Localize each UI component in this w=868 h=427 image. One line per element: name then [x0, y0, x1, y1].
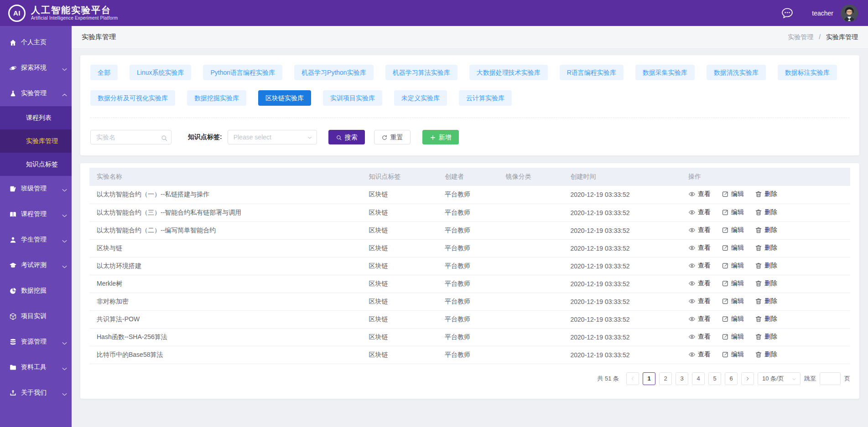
view-button[interactable]: 查看	[688, 208, 711, 216]
sidebar-item-course[interactable]: 课程管理	[0, 201, 72, 227]
knowledge-tag-cell: 区块链	[363, 328, 439, 346]
edit-button[interactable]: 编辑	[722, 244, 744, 252]
table-row: Hash函数--SHA-256算法区块链平台教师2020-12-19 03:33…	[89, 328, 850, 346]
sidebar-item-exam[interactable]: 考试评测	[0, 252, 72, 278]
jump-page-input[interactable]	[820, 372, 841, 385]
sidebar-item-class[interactable]: 班级管理	[0, 176, 72, 201]
reset-button[interactable]: 重置	[374, 130, 411, 144]
edit-button[interactable]: 编辑	[722, 262, 744, 270]
view-button[interactable]: 查看	[688, 279, 711, 288]
filter-tag[interactable]: 区块链实验库	[258, 90, 311, 106]
edit-button[interactable]: 编辑	[722, 279, 744, 288]
experiment-name-input[interactable]	[90, 130, 172, 144]
sidebar-item-resource[interactable]: 资源管理	[0, 329, 72, 355]
sidebar-item-home[interactable]: 个人主页	[0, 30, 72, 55]
view-button[interactable]: 查看	[688, 262, 711, 270]
filter-tag[interactable]: R语言编程实验库	[560, 65, 624, 80]
view-button[interactable]: 查看	[688, 315, 711, 323]
sidebar-subitem-knowledge-tags[interactable]: 知识点标签	[0, 153, 72, 176]
table-row: 共识算法-POW区块链平台教师2020-12-19 03:33:52查看编辑删除	[89, 310, 850, 328]
image-category-cell	[500, 204, 565, 221]
knowledge-tag-cell: 区块链	[363, 221, 439, 239]
filter-tag[interactable]: 云计算实验库	[459, 90, 512, 106]
knowledge-tag-cell: 区块链	[363, 275, 439, 293]
page-button-1[interactable]: 1	[643, 372, 655, 385]
sidebar-item-tools[interactable]: 资料工具	[0, 355, 72, 380]
app-subtitle: Artificial Intelligence Experiment Platf…	[31, 15, 118, 21]
prev-page-button[interactable]	[626, 372, 639, 385]
edit-button[interactable]: 编辑	[722, 208, 744, 216]
delete-button[interactable]: 删除	[755, 297, 777, 305]
view-button[interactable]: 查看	[688, 226, 711, 234]
view-button[interactable]: 查看	[688, 244, 711, 252]
edit-button[interactable]: 编辑	[722, 297, 744, 305]
add-button[interactable]: 新增	[422, 130, 459, 144]
filter-tag[interactable]: 数据清洗实验库	[707, 65, 766, 80]
filter-tag[interactable]: 未定义实验库	[394, 90, 447, 106]
sidebar-subitem-course-list[interactable]: 课程列表	[0, 106, 72, 129]
delete-button[interactable]: 删除	[755, 208, 777, 216]
filter-card: 全部Linux系统实验库Python语言编程实验库机器学习Python实验库机器…	[80, 55, 859, 155]
delete-button[interactable]: 删除	[755, 262, 777, 270]
delete-button[interactable]: 删除	[755, 226, 777, 234]
chevron-down-icon	[61, 212, 68, 220]
top-header: AI 人工智能实验平台 Artificial Intelligence Expe…	[0, 0, 868, 26]
edit-button[interactable]: 编辑	[722, 226, 744, 234]
avatar[interactable]	[841, 5, 858, 22]
sidebar-item-label: 探索环境	[21, 64, 47, 72]
delete-button[interactable]: 删除	[755, 190, 777, 198]
edit-button[interactable]: 编辑	[722, 350, 744, 359]
chat-button[interactable]	[781, 7, 794, 20]
knowledge-tag-select[interactable]: Please select	[228, 130, 317, 144]
filter-tag[interactable]: 数据标注实验库	[778, 65, 837, 80]
page-button-6[interactable]: 6	[725, 372, 738, 385]
creator-cell: 平台教师	[439, 275, 500, 293]
filter-tag[interactable]: 全部	[90, 65, 118, 80]
filter-tag[interactable]: 机器学习算法实验库	[385, 65, 457, 80]
filter-tag[interactable]: 实训项目实验库	[323, 90, 382, 106]
class-icon	[9, 185, 17, 193]
delete-button[interactable]: 删除	[755, 279, 777, 288]
page-button-3[interactable]: 3	[676, 372, 688, 385]
breadcrumb-parent[interactable]: 实验管理	[788, 33, 813, 41]
sidebar-subitem-experiment-library[interactable]: 实验库管理	[0, 129, 72, 153]
sidebar-item-data-mining[interactable]: 数据挖掘	[0, 278, 72, 304]
page-button-2[interactable]: 2	[659, 372, 672, 385]
filter-tag[interactable]: 数据分析及可视化实验库	[90, 90, 175, 106]
filter-tag[interactable]: 数据挖掘实验库	[187, 90, 246, 106]
filter-tag[interactable]: 机器学习Python实验库	[294, 65, 374, 80]
user-name[interactable]: teacher	[812, 10, 833, 17]
sidebar-item-student[interactable]: 学生管理	[0, 227, 72, 252]
filter-tag[interactable]: 数据采集实验库	[635, 65, 695, 80]
next-page-button[interactable]	[741, 372, 754, 385]
search-button[interactable]: 搜索	[328, 130, 365, 144]
page-size-select[interactable]: 10 条/页	[758, 372, 800, 385]
sidebar-item-experiment[interactable]: 实验管理	[0, 81, 72, 106]
edit-button[interactable]: 编辑	[722, 190, 744, 198]
edit-button[interactable]: 编辑	[722, 315, 744, 323]
filter-tag[interactable]: Python语言编程实验库	[203, 65, 282, 80]
delete-button[interactable]: 删除	[755, 333, 777, 341]
app-brand: AI 人工智能实验平台 Artificial Intelligence Expe…	[0, 5, 118, 22]
knowledge-tag-select-placeholder: Please select	[234, 134, 271, 141]
filter-tag[interactable]: Linux系统实验库	[130, 65, 191, 80]
page-button-4[interactable]: 4	[692, 372, 705, 385]
sidebar-item-about[interactable]: 关于我们	[0, 380, 72, 406]
sidebar-item-explore[interactable]: 探索环境	[0, 55, 72, 81]
view-button[interactable]: 查看	[688, 297, 711, 305]
filter-tag[interactable]: 大数据处理技术实验库	[469, 65, 548, 80]
view-button[interactable]: 查看	[688, 333, 711, 341]
delete-button-label: 删除	[764, 279, 777, 288]
view-button[interactable]: 查看	[688, 190, 711, 198]
app-title: 人工智能实验平台	[31, 5, 118, 15]
delete-button[interactable]: 删除	[755, 244, 777, 252]
view-button[interactable]: 查看	[688, 350, 711, 359]
edit-button-label: 编辑	[731, 262, 744, 270]
delete-button[interactable]: 删除	[755, 350, 777, 359]
edit-button[interactable]: 编辑	[722, 333, 744, 341]
delete-button[interactable]: 删除	[755, 315, 777, 323]
brand-text: 人工智能实验平台 Artificial Intelligence Experim…	[31, 5, 118, 21]
sidebar-item-project-training[interactable]: 项目实训	[0, 304, 72, 329]
experiment-table: 实验名称知识点标签创建者镜像分类创建时间操作 以太坊智能合约（一）--私链搭建与…	[89, 168, 850, 364]
page-button-5[interactable]: 5	[708, 372, 721, 385]
